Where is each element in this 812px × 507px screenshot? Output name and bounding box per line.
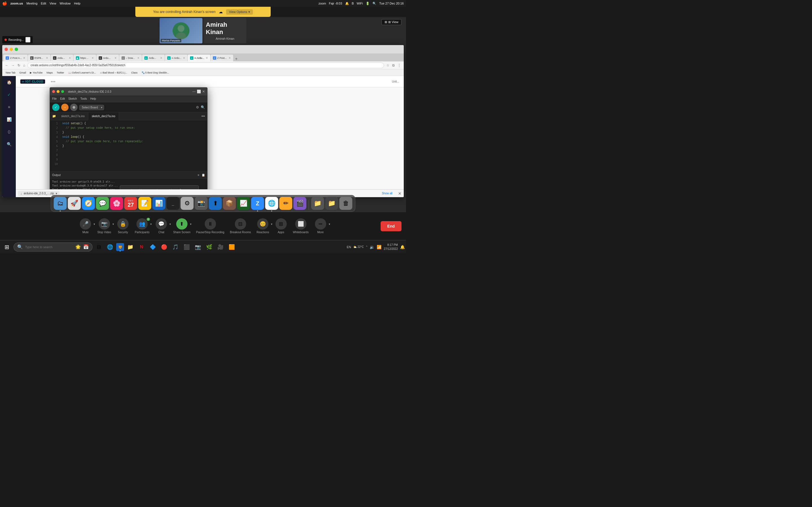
- bookmark-youtube[interactable]: ▶ YouTube: [29, 71, 44, 75]
- dock-zoom[interactable]: Z: [251, 197, 264, 210]
- browser-tab-5[interactable]: G Ardu... ✕: [96, 55, 119, 61]
- participants-chevron[interactable]: ▾: [150, 223, 152, 226]
- zoom-mute-control[interactable]: 🎤 ▾ Mute: [77, 218, 94, 234]
- star-button[interactable]: ☆: [386, 63, 390, 68]
- zoom-participants-control[interactable]: 👥 2 ▾ Participants: [133, 218, 152, 234]
- reactions-chevron[interactable]: ▾: [271, 223, 272, 226]
- tab-close-2[interactable]: ✕: [46, 57, 48, 59]
- bookmark-dogsledding[interactable]: 🐾 5 Best Dog Sleddin...: [140, 71, 170, 75]
- arduino-nav-checkmark[interactable]: ✓: [5, 91, 13, 99]
- chat-chevron[interactable]: ▾: [169, 223, 171, 226]
- taskbar-clock[interactable]: 8:17 PM 27/12/2022: [384, 243, 398, 251]
- close-button[interactable]: [4, 48, 8, 51]
- taskbar-start-button[interactable]: ⊞: [1, 241, 12, 252]
- end-meeting-button[interactable]: End: [380, 221, 402, 231]
- taskbar-edge-icon[interactable]: 🦁: [116, 243, 124, 251]
- zoom-whiteboards-control[interactable]: ⬜ Whiteboards: [291, 218, 311, 234]
- dock-terminal[interactable]: _: [167, 197, 180, 210]
- dock-notes[interactable]: 📝: [139, 197, 151, 210]
- ide-tab-more-btn[interactable]: •••: [201, 114, 205, 118]
- taskbar-language[interactable]: EN: [347, 245, 351, 249]
- tab-close-5[interactable]: ✕: [114, 57, 117, 59]
- ide-select-board[interactable]: Select Board: [79, 105, 104, 110]
- arduino-nav-home[interactable]: 🏠: [5, 78, 13, 86]
- taskbar-task-view[interactable]: ⊟: [94, 242, 104, 252]
- new-tab-button[interactable]: +: [234, 56, 239, 61]
- taskbar-edge-icon-wrapper[interactable]: 🦁: [116, 243, 124, 251]
- menu-edit[interactable]: Edit: [41, 2, 46, 5]
- dock-photos[interactable]: 🌸: [110, 197, 123, 210]
- ide-debug-button[interactable]: ⬣: [70, 104, 78, 111]
- arduino-nav-code[interactable]: ⟨⟩: [5, 128, 13, 136]
- menu-window[interactable]: Window: [59, 2, 70, 5]
- browser-tab-9[interactable]: ∞ ∞ Ardu... ✕: [188, 55, 210, 61]
- ide-output-copy-icon[interactable]: 📋: [202, 173, 205, 177]
- dock-folder-2[interactable]: 📁: [325, 197, 338, 210]
- taskbar-network-icon[interactable]: 📶: [377, 245, 382, 249]
- taskbar-icon-13[interactable]: 🟧: [227, 242, 237, 252]
- arduino-nav-list[interactable]: ≡: [5, 103, 13, 111]
- app-name[interactable]: zoom.us: [10, 2, 23, 5]
- tab-close-6[interactable]: ✕: [137, 57, 140, 59]
- zoom-more-control[interactable]: ••• ▾ More: [312, 218, 329, 234]
- taskbar-files-icon[interactable]: 📁: [125, 242, 135, 252]
- browser-tab-4[interactable]: ◉ https:... ✕: [73, 55, 96, 61]
- taskbar-chevron-icon[interactable]: ^: [366, 245, 367, 248]
- ide-output-scroll-icon[interactable]: ≡: [198, 173, 199, 177]
- taskbar-search-box[interactable]: 🔍 🌟 📅: [13, 242, 93, 251]
- sharesceen-chevron[interactable]: ▾: [190, 223, 192, 226]
- dock-folder[interactable]: 📁: [311, 197, 324, 210]
- tab-close-7[interactable]: ✕: [160, 57, 162, 59]
- reload-button[interactable]: ↻: [17, 63, 21, 68]
- taskbar-spotify-icon[interactable]: 🎵: [170, 242, 181, 252]
- dock-imovie[interactable]: 🎬: [294, 197, 306, 210]
- bookmark-twitter[interactable]: Twitter: [56, 71, 65, 75]
- stopvideo-chevron[interactable]: ▾: [112, 223, 114, 226]
- zoom-reactions-control[interactable]: 😊 ▾ Reactions: [254, 218, 271, 234]
- taskbar-icon-7[interactable]: 🔴: [159, 242, 169, 252]
- taskbar-search-input[interactable]: [25, 245, 73, 249]
- extensions-button[interactable]: ⧉: [392, 63, 395, 68]
- ide-minimize[interactable]: [57, 90, 59, 93]
- recording-pause-button[interactable]: ⏸: [26, 37, 31, 43]
- dock-chrome[interactable]: 🌐: [265, 197, 278, 210]
- address-bar[interactable]: [28, 62, 384, 68]
- browser-tab-8[interactable]: ∞ ∞ Ardu... ✕: [165, 55, 188, 61]
- dock-launchpad[interactable]: 🚀: [68, 197, 81, 210]
- browser-tab-2[interactable]: E ESP8... ✕: [28, 55, 50, 61]
- menu-meeting[interactable]: Meeting: [27, 2, 38, 5]
- browser-tab-7[interactable]: A Ardu... ✕: [142, 55, 165, 61]
- dock-keynote[interactable]: 📊: [153, 197, 165, 210]
- apple-menu-icon[interactable]: 🍎: [2, 1, 7, 6]
- taskbar-volume-icon[interactable]: 🔉: [370, 245, 374, 249]
- ide-menu-sketch[interactable]: Sketch: [68, 97, 77, 100]
- ide-file-tab-2[interactable]: sketch_dec27a.ino: [88, 112, 119, 120]
- dock-canister[interactable]: 📦: [223, 197, 236, 210]
- bookmark-class[interactable]: Class: [130, 71, 139, 75]
- zoom-sharesceen-control[interactable]: ⬆ ▾ Share Screen: [171, 218, 193, 234]
- dock-calendar[interactable]: DEC 27: [124, 197, 137, 210]
- show-all-button[interactable]: Show all: [382, 192, 393, 195]
- more-chevron[interactable]: ▾: [329, 223, 330, 226]
- browser-tab-10[interactable]: Z Z Post... ✕: [211, 55, 233, 61]
- taskbar-icon-11[interactable]: 🌿: [204, 242, 214, 252]
- download-bar-close[interactable]: ✕: [398, 191, 402, 196]
- dock-finder[interactable]: 🗂: [54, 197, 67, 210]
- zoom-security-control[interactable]: 🔒 Security: [114, 218, 132, 234]
- menu-search[interactable]: 🔍: [372, 2, 376, 5]
- bookmark-maps[interactable]: Maps: [45, 71, 54, 75]
- ide-restore-btn[interactable]: ⬜: [197, 90, 201, 94]
- taskbar-netflix-icon[interactable]: N: [137, 242, 147, 252]
- ide-toolbar-more[interactable]: ⚙: [196, 105, 199, 109]
- dock-stocks[interactable]: 📈: [237, 197, 250, 210]
- tab-close-3[interactable]: ✕: [69, 57, 71, 59]
- mute-chevron[interactable]: ▾: [94, 223, 95, 226]
- tab-close-9[interactable]: ✕: [206, 57, 208, 59]
- tab-close-10[interactable]: ✕: [229, 57, 231, 59]
- taskbar-icon-12[interactable]: 🎥: [215, 242, 225, 252]
- zoom-chat-control[interactable]: 💬 ▾ Chat: [153, 218, 170, 234]
- ide-close-btn[interactable]: ✕: [202, 90, 205, 94]
- dock-screenshot[interactable]: 📸: [195, 197, 208, 210]
- zoom-apps-control[interactable]: ⊞ Apps: [273, 218, 290, 234]
- more-options-button[interactable]: ⋮: [397, 63, 402, 68]
